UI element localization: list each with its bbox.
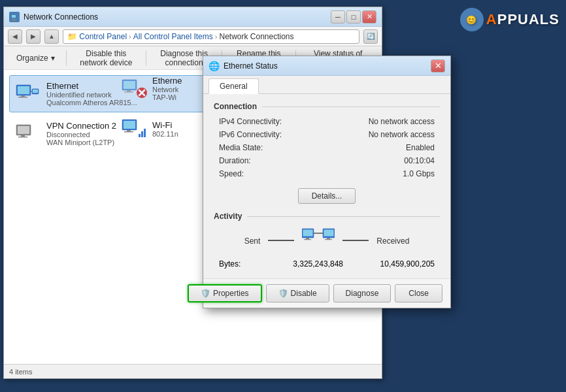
svg-rect-14 [18, 137, 27, 138]
svg-rect-18 [124, 91, 133, 93]
svg-rect-36 [325, 239, 332, 240]
ipv4-value: No network access [369, 117, 435, 126]
dialog-title: Ethernet Status [224, 61, 431, 71]
properties-button[interactable]: 🛡️ Properties [188, 284, 262, 302]
duration-row: Duration: 00:10:04 [214, 154, 440, 167]
disable-device-label: Disable this network device [77, 49, 135, 67]
properties-icon: 🛡️ [201, 289, 210, 298]
svg-rect-9 [33, 90, 38, 93]
sent-label: Sent [244, 237, 261, 246]
watermark-face: 😊 [466, 15, 477, 25]
status-text: 4 items [9, 368, 32, 376]
folder-icon: 📁 [67, 32, 77, 41]
close-window-button[interactable]: ✕ [362, 10, 376, 24]
ipv6-value: No network access [369, 130, 435, 139]
sent-line [268, 240, 294, 241]
svg-rect-24 [127, 130, 131, 131]
connection-section-label: Connection [214, 102, 257, 111]
toolbar-separator-1 [66, 50, 67, 66]
svg-rect-34 [324, 230, 334, 237]
separator-2: › [215, 33, 218, 41]
organize-label: Organize [16, 54, 48, 63]
dialog-footer: 🛡️ Properties 🛡️ Disable Diagnose Close [203, 278, 450, 308]
ethernet-icon [15, 84, 41, 105]
ipv6-label: IPv6 Connectivity: [219, 130, 282, 139]
window-controls: ─ □ ✕ [331, 10, 376, 24]
received-label: Received [376, 237, 409, 246]
ipv4-row: IPv4 Connectivity: No network access [214, 115, 440, 128]
tab-general-label: General [220, 82, 248, 91]
forward-button[interactable]: ▶ [26, 29, 41, 44]
organize-button[interactable]: Organize ▾ [9, 49, 62, 67]
disable-label: Disable [291, 289, 317, 298]
svg-rect-1 [12, 15, 16, 18]
tab-general[interactable]: General [208, 78, 259, 94]
back-button[interactable]: ◀ [8, 29, 22, 44]
svg-rect-28 [144, 129, 146, 137]
watermark: 😊 A PPUALS [460, 8, 559, 31]
activity-section-label: Activity [214, 212, 242, 221]
close-label: Close [408, 289, 429, 298]
media-state-row: Media State: Enabled [214, 141, 440, 154]
svg-rect-2 [12, 19, 15, 20]
refresh-button[interactable]: 🔄 [363, 29, 378, 44]
network-activity-icon [302, 227, 335, 253]
svg-rect-26 [139, 134, 141, 137]
close-button[interactable]: Close [395, 284, 442, 302]
dialog-content: Connection IPv4 Connectivity: No network… [203, 94, 450, 278]
ipv4-label: IPv4 Connectivity: [219, 117, 282, 126]
connection-info-table: IPv4 Connectivity: No network access IPv… [214, 115, 440, 180]
activity-section-header: Activity [214, 212, 440, 221]
window-icon [9, 12, 20, 22]
disable-device-button[interactable]: Disable this network device [70, 49, 142, 67]
maximize-button[interactable]: □ [346, 10, 361, 24]
up-button[interactable]: ▲ [44, 29, 59, 44]
dialog-close-button[interactable]: ✕ [431, 59, 445, 73]
bytes-label: Bytes: [219, 259, 271, 269]
svg-rect-7 [18, 97, 27, 98]
svg-rect-6 [21, 95, 25, 97]
organize-arrow-icon: ▾ [51, 54, 55, 63]
disable-icon: 🛡️ [278, 289, 288, 298]
separator-1: › [129, 33, 131, 41]
window-title: Network Connections [24, 12, 331, 22]
media-state-value: Enabled [406, 143, 435, 152]
properties-label: Properties [213, 289, 249, 298]
dialog-title-icon: 🌐 [208, 61, 220, 71]
details-label: Details... [312, 191, 342, 201]
address-path: 📁 Control Panel › All Control Panel Item… [63, 29, 359, 44]
watermark-a: A [486, 11, 497, 28]
svg-rect-16 [124, 81, 135, 89]
bytes-sent: 3,325,243,848 [271, 259, 363, 269]
diagnose-label: Diagnose [346, 289, 379, 298]
svg-rect-12 [18, 126, 29, 134]
status-bar: 4 items [4, 364, 382, 378]
minimize-button[interactable]: ─ [331, 10, 345, 24]
speed-label: Speed: [219, 169, 244, 178]
svg-rect-32 [304, 239, 311, 240]
ethernet-status-dialog: 🌐 Ethernet Status ✕ General Connection I… [203, 56, 451, 308]
wifi-icon [121, 118, 147, 139]
address-all-items[interactable]: All Control Panel Items [133, 32, 213, 41]
address-network-connections[interactable]: Network Connections [219, 32, 293, 41]
duration-value: 00:10:04 [404, 156, 435, 165]
disable-button[interactable]: 🛡️ Disable [266, 284, 329, 302]
media-state-label: Media State: [219, 143, 263, 152]
svg-rect-5 [18, 86, 29, 94]
svg-rect-17 [127, 90, 131, 91]
vpn-icon [15, 123, 41, 144]
details-button[interactable]: Details... [298, 188, 356, 204]
activity-visual: Sent [214, 227, 440, 253]
speed-value: 1.0 Gbps [403, 169, 435, 178]
speed-row: Speed: 1.0 Gbps [214, 167, 440, 180]
title-bar: Network Connections ─ □ ✕ [4, 7, 382, 27]
bytes-row: Bytes: 3,325,243,848 10,459,900,205 [214, 257, 440, 270]
diagnose-button[interactable]: Diagnose [333, 284, 391, 302]
received-line [342, 240, 369, 241]
address-control-panel[interactable]: Control Panel [79, 32, 127, 41]
connection-section-header: Connection [214, 102, 440, 111]
duration-label: Duration: [219, 156, 251, 165]
svg-rect-3 [11, 20, 16, 20]
watermark-logo: 😊 A PPUALS [460, 8, 559, 31]
ipv6-row: IPv6 Connectivity: No network access [214, 128, 440, 141]
